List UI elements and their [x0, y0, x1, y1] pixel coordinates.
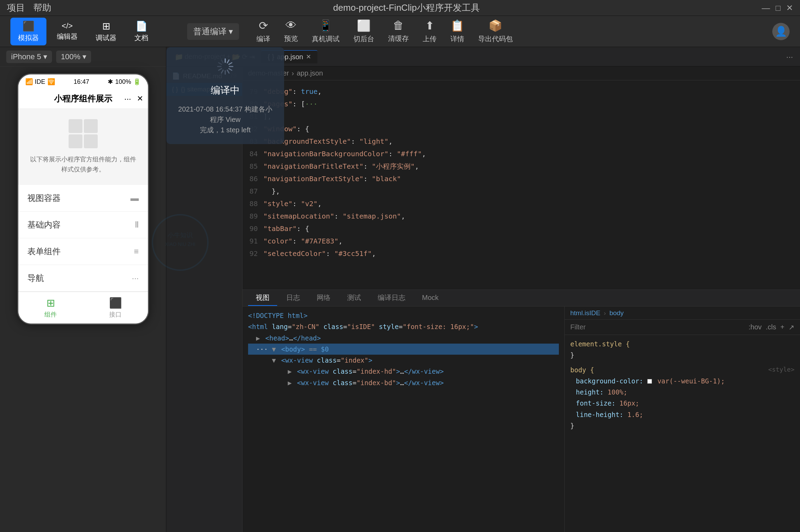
minimize-button[interactable]: — — [762, 3, 770, 13]
breadcrumb-separator: › — [604, 309, 606, 317]
svg-line-5 — [227, 70, 229, 73]
code-line-92: 92 "selectedColor": "#3cc51f", — [243, 247, 800, 260]
zoom-value: 100% — [61, 52, 80, 61]
action-backend[interactable]: ⬜ 切后台 — [353, 19, 374, 44]
code-content[interactable]: 79 "debug": true, 80 "pages": [··· 81 ],… — [243, 80, 800, 290]
loading-spinner — [215, 56, 236, 77]
dom-line-head: ▶ <head>…</head> — [248, 332, 559, 344]
upload-icon: ⬆ — [425, 19, 434, 32]
details-label: 详情 — [450, 34, 464, 44]
cls-pseudo-button[interactable]: .cls — [766, 323, 776, 331]
phone-menu-label-nav: 导航 — [27, 273, 44, 284]
action-upload[interactable]: ⬆ 上传 — [423, 19, 437, 44]
style-close-1: } — [570, 351, 574, 359]
style-block-body: body { <style> background-color: var(--w… — [570, 364, 794, 432]
action-details[interactable]: 📋 详情 — [450, 19, 464, 44]
debugger-label: 调试器 — [96, 33, 116, 43]
styles-toolbar: :hov .cls + ↗ — [565, 320, 800, 335]
breadcrumb-file: app.json — [297, 69, 323, 77]
phone-menu-item-view[interactable]: 视图容器 ▬ — [18, 185, 148, 212]
dom-line-html: <html lang="zh-CN" class="isIDE" style="… — [248, 321, 559, 332]
tab-close-button[interactable]: ✕ — [306, 53, 311, 61]
code-line-80: 80 "pages": [··· — [243, 98, 800, 110]
phone-tab-api[interactable]: ⬛ 接口 — [83, 292, 148, 323]
tool-simulator[interactable]: ⬛ 模拟器 — [10, 18, 46, 45]
export-label: 导出代码包 — [478, 34, 513, 44]
user-avatar[interactable]: 👤 — [772, 23, 790, 40]
compile-icon: ⟳ — [259, 19, 268, 32]
simulator-label: 模拟器 — [18, 33, 39, 43]
styles-filter-input[interactable] — [570, 323, 743, 331]
phone-container: 📶 IDE 🛜 16:47 ✱ 100% 🔋 小程序组件展示 ··· ✕ — [0, 66, 166, 532]
tool-docs[interactable]: 📄 文档 — [127, 18, 156, 45]
dom-line-body[interactable]: ··· ▼ <body> == $0 — [248, 344, 559, 355]
devtool-tab-network[interactable]: 网络 — [309, 290, 338, 306]
compile-mode-selector[interactable]: 普通编译 ▾ — [187, 23, 239, 40]
chevron-right-icon: › — [292, 69, 294, 77]
icon-cell-3 — [69, 134, 82, 148]
expand-style-button[interactable]: ↗ — [789, 323, 794, 331]
simulator-icon: ⬛ — [23, 20, 35, 32]
phone-menu-item-nav[interactable]: 导航 ··· — [18, 265, 148, 292]
window-title: demo-project-FinClip小程序开发工具 — [60, 2, 754, 14]
code-line-85: 85 "navigationBarTitleText": "小程序实例", — [243, 160, 800, 172]
phone-tab-bar: ⊞ 组件 ⬛ 接口 — [18, 292, 148, 323]
svg-line-2 — [229, 63, 232, 64]
dom-tree[interactable]: <!DOCTYPE html> <html lang="zh-CN" class… — [243, 307, 564, 532]
clear-cache-label: 清缓存 — [388, 34, 409, 43]
style-selector-body: body { — [570, 364, 594, 375]
devtool-tab-mock[interactable]: Mock — [414, 291, 446, 305]
svg-line-4 — [229, 69, 232, 70]
phone-nav-more[interactable]: ··· — [124, 94, 131, 104]
ide-label: IDE — [35, 78, 45, 86]
icon-cell-4 — [84, 134, 98, 148]
menu-item-project[interactable]: 项目 — [7, 2, 25, 14]
tool-debugger[interactable]: ⊞ 调试器 — [88, 18, 124, 45]
phone-nav-close[interactable]: ✕ — [137, 94, 143, 103]
menu-item-help[interactable]: 帮助 — [33, 2, 51, 14]
basic-content-icon: Ⅱ — [135, 220, 139, 230]
tool-editor[interactable]: </> 编辑器 — [49, 18, 85, 45]
style-selector-element: element.style { — [570, 340, 630, 348]
devtool-tab-view[interactable]: 视图 — [248, 290, 277, 306]
code-line-86: 86 "navigationBarTextStyle": "black" — [243, 172, 800, 185]
code-line-81: 81 ], — [243, 110, 800, 123]
toolbar-tools: ⬛ 模拟器 </> 编辑器 ⊞ 调试器 📄 文档 — [10, 18, 156, 45]
action-preview[interactable]: 👁 预览 — [284, 19, 298, 44]
devtool-tab-test[interactable]: 测试 — [340, 290, 369, 306]
phone-menu-item-form[interactable]: 表单组件 ≡ — [18, 238, 148, 265]
add-style-button[interactable]: + — [780, 323, 784, 331]
battery-icon: 🔋 — [133, 78, 141, 86]
svg-line-11 — [221, 60, 223, 63]
compile-title: 编译中 — [211, 84, 240, 97]
action-export[interactable]: 📦 导出代码包 — [478, 19, 513, 44]
hov-pseudo-button[interactable]: :hov — [749, 323, 762, 331]
phone-menu-label-form: 表单组件 — [27, 246, 61, 257]
details-icon: 📋 — [450, 19, 464, 32]
phone-tab-components[interactable]: ⊞ 组件 — [18, 292, 83, 323]
phone-nav-title: 小程序组件展示 — [54, 93, 112, 104]
breadcrumb-body-tag: body — [609, 309, 624, 317]
device-name: iPhone 5 — [11, 52, 41, 61]
maximize-button[interactable]: □ — [776, 3, 781, 13]
phone-menu-item-basic[interactable]: 基础内容 Ⅱ — [18, 212, 148, 238]
dom-line-doctype: <!DOCTYPE html> — [248, 310, 559, 321]
real-debug-icon: 📱 — [319, 19, 333, 32]
code-line-90: 90 "tabBar": { — [243, 222, 800, 235]
action-compile[interactable]: ⟳ 编译 — [256, 19, 270, 44]
zoom-selector[interactable]: 100% ▾ — [56, 51, 91, 63]
form-icon: ≡ — [134, 247, 139, 256]
close-button[interactable]: ✕ — [786, 3, 793, 13]
dom-line-wx-view: ▼ <wx-view class="index"> — [248, 355, 559, 366]
devtool-tab-log[interactable]: 日志 — [279, 290, 308, 306]
preview-label: 预览 — [284, 34, 298, 43]
devtool-tab-compile-log[interactable]: 编译日志 — [370, 290, 413, 306]
code-line-84: 84 "navigationBarBackgroundColor": "#fff… — [243, 148, 800, 160]
toolbar: ⬛ 模拟器 </> 编辑器 ⊞ 调试器 📄 文档 普通编译 ▾ ⟳ 编译 👁 预… — [0, 16, 800, 47]
code-line-88: 88 "style": "v2", — [243, 197, 800, 210]
action-real-debug[interactable]: 📱 真机调试 — [312, 19, 340, 44]
left-toolbar: iPhone 5 ▾ 100% ▾ — [0, 47, 166, 66]
editor-tab-more[interactable]: ··· — [783, 52, 797, 62]
action-clear-cache[interactable]: 🗑 清缓存 — [388, 19, 409, 44]
device-selector[interactable]: iPhone 5 ▾ — [6, 51, 52, 63]
